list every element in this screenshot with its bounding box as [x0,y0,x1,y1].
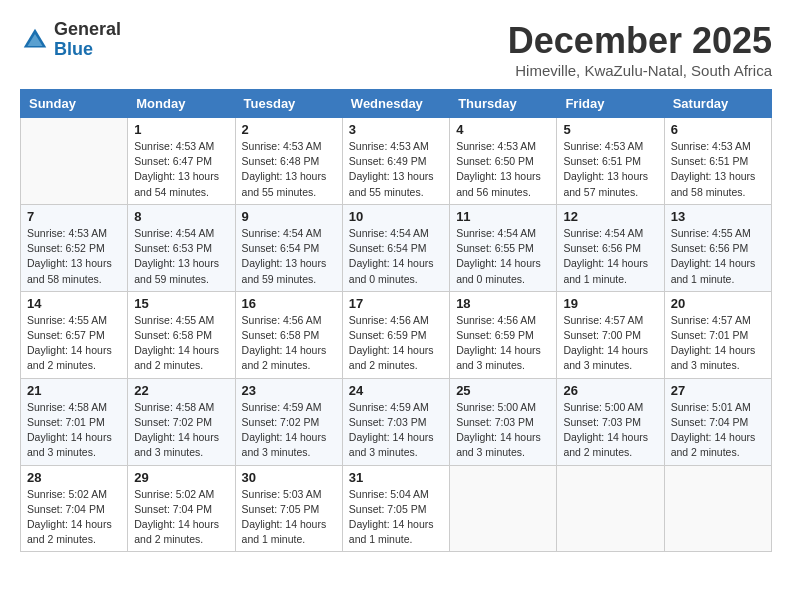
day-number: 17 [349,296,443,311]
day-info: Sunrise: 4:57 AMSunset: 7:00 PMDaylight:… [563,313,657,374]
day-number: 19 [563,296,657,311]
day-info: Sunrise: 5:03 AMSunset: 7:05 PMDaylight:… [242,487,336,548]
title-block: December 2025 Himeville, KwaZulu-Natal, … [508,20,772,79]
table-row: 6Sunrise: 4:53 AMSunset: 6:51 PMDaylight… [664,118,771,205]
day-info: Sunrise: 4:56 AMSunset: 6:58 PMDaylight:… [242,313,336,374]
day-info: Sunrise: 4:56 AMSunset: 6:59 PMDaylight:… [456,313,550,374]
table-row [450,465,557,552]
day-info: Sunrise: 4:53 AMSunset: 6:51 PMDaylight:… [563,139,657,200]
table-row [664,465,771,552]
day-number: 20 [671,296,765,311]
table-row: 2Sunrise: 4:53 AMSunset: 6:48 PMDaylight… [235,118,342,205]
col-monday: Monday [128,90,235,118]
table-row: 3Sunrise: 4:53 AMSunset: 6:49 PMDaylight… [342,118,449,205]
calendar-week-row: 14Sunrise: 4:55 AMSunset: 6:57 PMDayligh… [21,291,772,378]
day-number: 30 [242,470,336,485]
table-row: 30Sunrise: 5:03 AMSunset: 7:05 PMDayligh… [235,465,342,552]
table-row: 31Sunrise: 5:04 AMSunset: 7:05 PMDayligh… [342,465,449,552]
col-friday: Friday [557,90,664,118]
table-row: 10Sunrise: 4:54 AMSunset: 6:54 PMDayligh… [342,204,449,291]
col-saturday: Saturday [664,90,771,118]
table-row: 11Sunrise: 4:54 AMSunset: 6:55 PMDayligh… [450,204,557,291]
day-number: 3 [349,122,443,137]
table-row: 24Sunrise: 4:59 AMSunset: 7:03 PMDayligh… [342,378,449,465]
table-row: 9Sunrise: 4:54 AMSunset: 6:54 PMDaylight… [235,204,342,291]
day-number: 9 [242,209,336,224]
day-info: Sunrise: 4:55 AMSunset: 6:57 PMDaylight:… [27,313,121,374]
day-info: Sunrise: 4:58 AMSunset: 7:01 PMDaylight:… [27,400,121,461]
day-info: Sunrise: 5:02 AMSunset: 7:04 PMDaylight:… [134,487,228,548]
day-info: Sunrise: 4:55 AMSunset: 6:56 PMDaylight:… [671,226,765,287]
day-number: 31 [349,470,443,485]
day-info: Sunrise: 4:54 AMSunset: 6:56 PMDaylight:… [563,226,657,287]
table-row: 15Sunrise: 4:55 AMSunset: 6:58 PMDayligh… [128,291,235,378]
table-row: 21Sunrise: 4:58 AMSunset: 7:01 PMDayligh… [21,378,128,465]
day-number: 7 [27,209,121,224]
day-info: Sunrise: 5:00 AMSunset: 7:03 PMDaylight:… [456,400,550,461]
day-info: Sunrise: 4:59 AMSunset: 7:02 PMDaylight:… [242,400,336,461]
day-info: Sunrise: 5:00 AMSunset: 7:03 PMDaylight:… [563,400,657,461]
calendar-header-row: Sunday Monday Tuesday Wednesday Thursday… [21,90,772,118]
day-number: 6 [671,122,765,137]
day-info: Sunrise: 4:54 AMSunset: 6:54 PMDaylight:… [242,226,336,287]
day-info: Sunrise: 4:54 AMSunset: 6:55 PMDaylight:… [456,226,550,287]
day-info: Sunrise: 4:53 AMSunset: 6:47 PMDaylight:… [134,139,228,200]
table-row: 18Sunrise: 4:56 AMSunset: 6:59 PMDayligh… [450,291,557,378]
day-info: Sunrise: 4:53 AMSunset: 6:52 PMDaylight:… [27,226,121,287]
table-row: 8Sunrise: 4:54 AMSunset: 6:53 PMDaylight… [128,204,235,291]
col-tuesday: Tuesday [235,90,342,118]
day-info: Sunrise: 4:54 AMSunset: 6:53 PMDaylight:… [134,226,228,287]
day-info: Sunrise: 4:58 AMSunset: 7:02 PMDaylight:… [134,400,228,461]
day-number: 29 [134,470,228,485]
day-number: 18 [456,296,550,311]
calendar-week-row: 28Sunrise: 5:02 AMSunset: 7:04 PMDayligh… [21,465,772,552]
day-number: 16 [242,296,336,311]
day-number: 11 [456,209,550,224]
table-row: 25Sunrise: 5:00 AMSunset: 7:03 PMDayligh… [450,378,557,465]
day-number: 23 [242,383,336,398]
col-sunday: Sunday [21,90,128,118]
table-row: 4Sunrise: 4:53 AMSunset: 6:50 PMDaylight… [450,118,557,205]
table-row: 13Sunrise: 4:55 AMSunset: 6:56 PMDayligh… [664,204,771,291]
day-number: 25 [456,383,550,398]
calendar-table: Sunday Monday Tuesday Wednesday Thursday… [20,89,772,552]
day-number: 15 [134,296,228,311]
day-number: 8 [134,209,228,224]
day-number: 14 [27,296,121,311]
calendar-week-row: 1Sunrise: 4:53 AMSunset: 6:47 PMDaylight… [21,118,772,205]
month-title: December 2025 [508,20,772,62]
day-number: 21 [27,383,121,398]
table-row [557,465,664,552]
table-row: 29Sunrise: 5:02 AMSunset: 7:04 PMDayligh… [128,465,235,552]
day-info: Sunrise: 4:53 AMSunset: 6:49 PMDaylight:… [349,139,443,200]
day-info: Sunrise: 4:53 AMSunset: 6:50 PMDaylight:… [456,139,550,200]
day-number: 10 [349,209,443,224]
calendar-week-row: 21Sunrise: 4:58 AMSunset: 7:01 PMDayligh… [21,378,772,465]
day-info: Sunrise: 4:59 AMSunset: 7:03 PMDaylight:… [349,400,443,461]
table-row: 5Sunrise: 4:53 AMSunset: 6:51 PMDaylight… [557,118,664,205]
table-row: 23Sunrise: 4:59 AMSunset: 7:02 PMDayligh… [235,378,342,465]
day-number: 2 [242,122,336,137]
table-row: 22Sunrise: 4:58 AMSunset: 7:02 PMDayligh… [128,378,235,465]
location-subtitle: Himeville, KwaZulu-Natal, South Africa [508,62,772,79]
day-info: Sunrise: 4:54 AMSunset: 6:54 PMDaylight:… [349,226,443,287]
logo: General Blue [20,20,121,60]
day-number: 5 [563,122,657,137]
day-number: 1 [134,122,228,137]
table-row: 7Sunrise: 4:53 AMSunset: 6:52 PMDaylight… [21,204,128,291]
table-row: 17Sunrise: 4:56 AMSunset: 6:59 PMDayligh… [342,291,449,378]
table-row [21,118,128,205]
day-number: 12 [563,209,657,224]
day-info: Sunrise: 5:04 AMSunset: 7:05 PMDaylight:… [349,487,443,548]
table-row: 19Sunrise: 4:57 AMSunset: 7:00 PMDayligh… [557,291,664,378]
day-number: 13 [671,209,765,224]
table-row: 26Sunrise: 5:00 AMSunset: 7:03 PMDayligh… [557,378,664,465]
logo-text: General Blue [54,20,121,60]
table-row: 14Sunrise: 4:55 AMSunset: 6:57 PMDayligh… [21,291,128,378]
page-header: General Blue December 2025 Himeville, Kw… [20,20,772,79]
day-info: Sunrise: 5:01 AMSunset: 7:04 PMDaylight:… [671,400,765,461]
table-row: 20Sunrise: 4:57 AMSunset: 7:01 PMDayligh… [664,291,771,378]
day-info: Sunrise: 4:55 AMSunset: 6:58 PMDaylight:… [134,313,228,374]
day-info: Sunrise: 4:57 AMSunset: 7:01 PMDaylight:… [671,313,765,374]
day-number: 28 [27,470,121,485]
